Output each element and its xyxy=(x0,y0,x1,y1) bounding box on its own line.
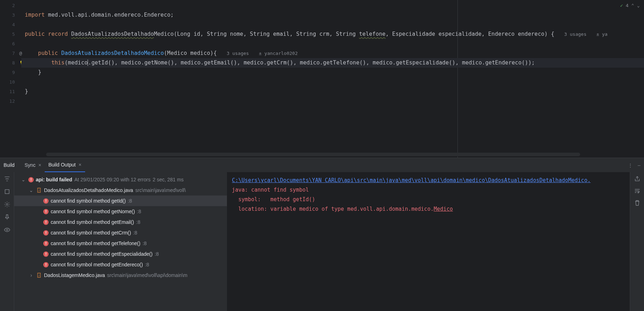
error-msg: cannot find symbol method getEndereco() xyxy=(51,262,143,267)
error-msg: cannot find symbol method getCrm() xyxy=(51,230,131,236)
build-panel: Build Sync × Build Output × ⋮ — ⌄ ! api:… xyxy=(0,158,644,311)
error-line: :8 xyxy=(136,219,140,225)
code-line: public record DadosAtualizadosDetalhadoM… xyxy=(21,29,644,39)
usages-hint[interactable]: 3 usages xyxy=(227,51,249,56)
tree-file[interactable]: › J DadosListagemMedico.java src\main\ja… xyxy=(14,270,227,281)
code-line: } xyxy=(21,68,644,77)
build-tree[interactable]: ⌄ ! api: build failed At 29/01/2025 09:2… xyxy=(14,172,227,311)
error-msg: cannot find symbol method getId() xyxy=(51,198,126,204)
tab-build-output[interactable]: Build Output × xyxy=(45,158,85,172)
chevron-right-icon[interactable]: › xyxy=(28,272,34,278)
tree-error-item[interactable]: ! cannot find symbol method getEndereco(… xyxy=(14,259,227,270)
line-number: 6 xyxy=(0,39,15,49)
error-msg: cannot find symbol method getEspecialida… xyxy=(51,251,152,257)
code-line xyxy=(21,96,644,106)
svg-point-2 xyxy=(6,229,8,231)
file-path: src\main\java\med\voll\ xyxy=(135,187,185,193)
export-icon[interactable] xyxy=(634,176,640,182)
code-line: public DadosAtualizadosDetalhadoMedico(M… xyxy=(21,49,644,58)
code-line-active: this(medico.getId(), medico.getNome(), m… xyxy=(21,58,644,68)
trash-icon[interactable] xyxy=(634,200,640,206)
close-icon[interactable]: × xyxy=(79,162,82,168)
line-number: 9 xyxy=(0,68,15,77)
line-number: 8💡 xyxy=(0,58,15,68)
build-root-label: api: build failed xyxy=(36,177,72,182)
eye-icon[interactable] xyxy=(4,227,10,233)
filter-icon[interactable] xyxy=(4,176,10,182)
usages-hint[interactable]: 3 usages xyxy=(564,32,587,37)
tree-error-item[interactable]: ! cannot find symbol method getTelefone(… xyxy=(14,238,227,249)
line-number: 7@ xyxy=(0,49,15,58)
java-file-icon: J xyxy=(36,187,42,193)
line-number: 5 xyxy=(0,29,15,39)
error-line: :8 xyxy=(137,209,141,214)
error-icon: ! xyxy=(43,251,49,257)
line-number: 2 xyxy=(0,1,15,10)
tree-file[interactable]: ⌄ J DadosAtualizadosDetalhadoMedico.java… xyxy=(14,185,227,196)
java-file-icon: J xyxy=(36,272,42,278)
tab-label: Sync xyxy=(24,162,35,168)
error-icon: ! xyxy=(43,209,49,214)
file-name: DadosListagemMedico.java xyxy=(44,272,105,278)
build-duration: 2 sec, 281 ms xyxy=(152,177,183,182)
error-detail-line: java: cannot find symbol xyxy=(232,187,309,193)
panel-tab-bar: Build Sync × Build Output × ⋮ — xyxy=(0,158,644,172)
more-icon[interactable]: ⋮ xyxy=(628,163,633,168)
tree-error-item[interactable]: ! cannot find symbol method getId() :8 xyxy=(14,196,227,206)
error-line: :8 xyxy=(128,198,132,204)
error-line: :8 xyxy=(143,241,147,246)
error-type-link[interactable]: Medico xyxy=(434,206,453,212)
tree-root[interactable]: ⌄ ! api: build failed At 29/01/2025 09:2… xyxy=(14,174,227,185)
svg-text:J: J xyxy=(38,189,40,192)
code-line xyxy=(21,20,644,29)
wrap-icon[interactable] xyxy=(634,188,640,194)
chevron-down-icon[interactable]: ⌄ xyxy=(21,177,26,182)
error-detail-pane[interactable]: C:\Users\ycarl\Documents\YAN CARLO\api\s… xyxy=(227,172,630,311)
editor-gutter[interactable]: 2 3 4 5 6 7@ 8💡 9 10 11 12 xyxy=(0,0,21,158)
settings-icon[interactable] xyxy=(4,201,10,208)
line-number: 11 xyxy=(0,87,15,96)
minimize-icon[interactable]: — xyxy=(638,163,640,168)
output-toolbar xyxy=(630,172,644,311)
stop-icon[interactable] xyxy=(4,188,10,195)
line-number: 4 xyxy=(0,20,15,29)
tree-error-item[interactable]: ! cannot find symbol method getEmail() :… xyxy=(14,217,227,227)
error-line: :8 xyxy=(133,230,137,236)
error-icon: ! xyxy=(43,230,49,236)
error-icon: ! xyxy=(43,262,49,267)
code-line xyxy=(21,77,644,87)
error-msg: cannot find symbol method getNome() xyxy=(51,209,135,214)
author-hint[interactable]: ± ya xyxy=(596,32,607,37)
error-icon: ! xyxy=(43,198,49,204)
author-hint[interactable]: ± yancarlo0202 xyxy=(259,51,298,56)
line-number: 10 xyxy=(0,77,15,87)
error-icon: ! xyxy=(43,220,49,225)
tree-error-item[interactable]: ! cannot find symbol method getNome() :8 xyxy=(14,206,227,217)
code-editor[interactable]: ✓4 ⌃ ⌄ 2 3 4 5 6 7@ 8💡 9 10 11 12 import… xyxy=(0,0,644,158)
error-file-link[interactable]: C:\Users\ycarl\Documents\YAN CARLO\api\s… xyxy=(232,177,590,183)
error-icon: ! xyxy=(28,177,34,182)
code-line: } xyxy=(21,87,644,96)
svg-rect-0 xyxy=(5,190,9,193)
file-name: DadosAtualizadosDetalhadoMedico.java xyxy=(44,187,133,193)
error-detail-line: symbol: method getId() xyxy=(232,196,315,203)
error-msg: cannot find symbol method getEmail() xyxy=(51,219,134,225)
error-line: :8 xyxy=(155,251,159,257)
code-content[interactable]: import med.voll.api.domain.endereco.Ende… xyxy=(21,0,644,158)
tree-error-item[interactable]: ! cannot find symbol method getEspeciali… xyxy=(14,249,227,259)
tab-label: Build Output xyxy=(48,162,76,168)
code-line: import med.voll.api.domain.endereco.Ende… xyxy=(21,10,644,20)
build-toolbar xyxy=(0,172,14,311)
tab-sync[interactable]: Sync × xyxy=(21,158,45,172)
horizontal-scrollbar[interactable] xyxy=(46,153,580,156)
close-icon[interactable]: × xyxy=(38,162,41,168)
svg-text:J: J xyxy=(38,274,40,277)
error-line: :8 xyxy=(145,262,149,267)
tree-error-item[interactable]: ! cannot find symbol method getCrm() :8 xyxy=(14,227,227,238)
chevron-down-icon[interactable]: ⌄ xyxy=(28,187,34,193)
error-detail-line: location: variable medico of type med.vo… xyxy=(232,206,453,212)
panel-title: Build xyxy=(4,162,15,168)
line-number: 3 xyxy=(0,10,15,20)
build-time: At 29/01/2025 09:20 with 12 errors xyxy=(74,177,151,182)
pin-icon[interactable] xyxy=(4,214,10,220)
